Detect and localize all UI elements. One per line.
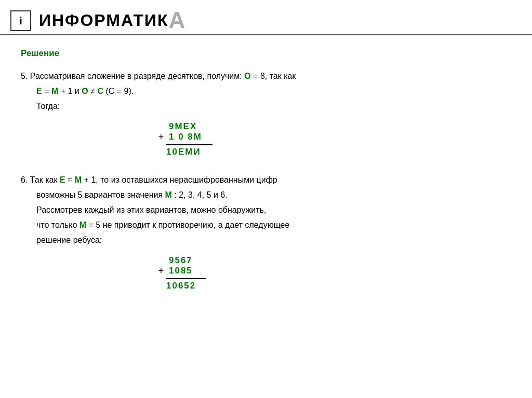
- item-6-text5: Рассмотрев каждый из этих вариантов, мож…: [36, 205, 266, 214]
- math-addition-1: 9МЕХ + 1 0 8М 10ЕМИ: [156, 121, 202, 157]
- math-row-1-top: 9МЕХ: [156, 121, 202, 132]
- item-6-text3: возможны 5 вариантов значения: [36, 190, 165, 199]
- header: i ИНФОРМАТИКА: [0, 0, 532, 35]
- title-big-a: А: [168, 7, 186, 33]
- item-6-text2: + 1, то из оставшихся нерасшифрованными …: [84, 175, 277, 184]
- item-5-e: Е: [36, 87, 42, 95]
- math-result-2: 10652: [166, 281, 196, 291]
- header-title: ИНФОРМАТИКА: [39, 5, 186, 31]
- item-6-text4: : 2, 3, 4, 5 и 6.: [174, 190, 227, 199]
- section-title: Решение: [21, 48, 511, 59]
- item-6: 6. Так как Е = М + 1, то из оставшихся н…: [21, 173, 511, 291]
- item-5-line1: 5. Рассматривая сложение в разряде десят…: [21, 69, 511, 83]
- math-block-2: 9567 + 1085 10652: [156, 255, 196, 291]
- item-6-line2: возможны 5 вариантов значения М : 2, 3, …: [21, 188, 511, 202]
- header-icon: i: [10, 10, 31, 31]
- math-num2-2: 1085: [169, 266, 193, 276]
- math-result-1: 10ЕМИ: [166, 147, 201, 157]
- math-addition-2: 9567 + 1085 10652: [156, 255, 196, 291]
- item-5-and: и: [75, 87, 82, 95]
- math-row-1-mid: + 1 0 8М: [156, 132, 202, 143]
- item-6-m2: М: [165, 190, 172, 199]
- item-5-eq1: =: [44, 87, 51, 95]
- op-plus-1: +: [156, 132, 166, 143]
- item-6-line5: решение ребуса:: [21, 233, 511, 247]
- item-5-neq: ≠: [90, 87, 97, 95]
- info-icon-letter: i: [19, 15, 22, 27]
- math-row-2-top: 9567: [156, 255, 196, 266]
- math-result-row-2: 10652: [156, 281, 196, 291]
- item-5-o2: О: [82, 87, 88, 95]
- item-6-m: М: [75, 175, 82, 184]
- item-6-m3: М: [79, 221, 86, 229]
- item-5-line3: Тогда:: [21, 99, 511, 113]
- math-num1-2: 9567: [169, 255, 193, 266]
- item-5-number: 5.: [21, 72, 30, 80]
- math-block-1: 9МЕХ + 1 0 8М 10ЕМИ: [156, 121, 202, 157]
- item-6-text7: = 5 не приводит к противоречию, а дает с…: [89, 221, 290, 229]
- item-5-text1: Рассматривая сложение в разряде десятков…: [30, 72, 244, 80]
- item-5-plus1: + 1: [61, 87, 75, 95]
- math-divider-1: [166, 144, 212, 145]
- content: Решение 5. Рассматривая сложение в разря…: [0, 35, 532, 320]
- item-6-number: 6.: [21, 175, 30, 184]
- item-5-togda: Тогда:: [36, 102, 60, 111]
- item-6-line4: что только М = 5 не приводит к противоре…: [21, 218, 511, 232]
- item-6-e: Е: [60, 175, 65, 184]
- item-6-text8: решение ребуса:: [36, 236, 102, 244]
- item-6-line1: 6. Так как Е = М + 1, то из оставшихся н…: [21, 173, 511, 187]
- math-row-2-mid: + 1085: [156, 266, 196, 277]
- item-5: 5. Рассматривая сложение в разряде десят…: [21, 69, 511, 157]
- item-5-text2: = 8, так как: [253, 72, 296, 80]
- item-6-line3: Рассмотрев каждый из этих вариантов, мож…: [21, 203, 511, 217]
- item-6-eq: =: [68, 175, 75, 184]
- math-divider-2: [166, 278, 206, 279]
- math-num1-1: 9МЕХ: [169, 121, 197, 132]
- item-5-c-val: (С = 9).: [105, 87, 134, 95]
- item-5-line2: Е = М + 1 и О ≠ С (С = 9).: [21, 84, 511, 98]
- item-5-m: М: [51, 87, 58, 95]
- op-plus-2: +: [156, 266, 166, 277]
- math-result-row-1: 10ЕМИ: [156, 147, 202, 157]
- item-5-o1: О: [244, 72, 250, 80]
- item-6-text6: что только: [36, 221, 79, 229]
- item-5-c: С: [97, 87, 103, 95]
- title-text: ИНФОРМАТИК: [39, 11, 168, 30]
- item-6-text1: Так как: [30, 175, 60, 184]
- math-num2-1: 1 0 8М: [169, 132, 202, 142]
